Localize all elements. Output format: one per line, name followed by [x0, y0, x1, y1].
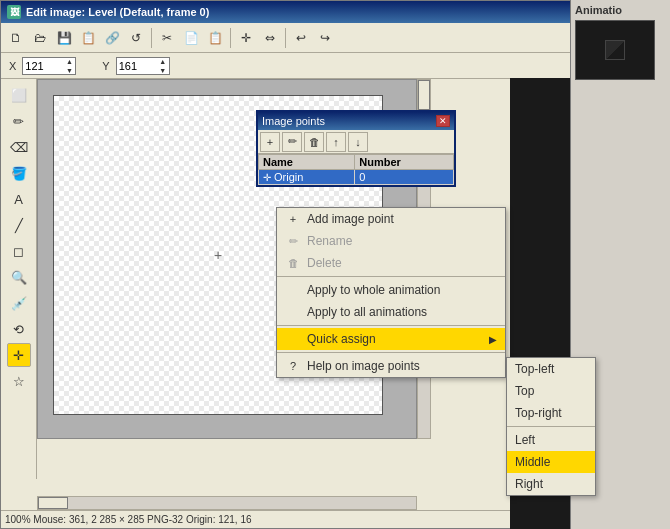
eraser-tool[interactable]: ⌫ [7, 135, 31, 159]
v-scrollbar-thumb[interactable] [418, 80, 430, 110]
window-title: Edit image: Level (Default, frame 0) [26, 6, 209, 18]
apply-whole-icon [285, 282, 301, 298]
move-up-btn[interactable]: ↑ [326, 132, 346, 152]
row-name-cell: ✛Origin [259, 170, 355, 185]
menu-help[interactable]: ? Help on image points [277, 355, 505, 377]
menu-add-image-point[interactable]: + Add image point [277, 208, 505, 230]
apply-all-icon [285, 304, 301, 320]
hand-tool[interactable]: ☆ [7, 369, 31, 393]
rotate-tool[interactable]: ⟲ [7, 317, 31, 341]
add-icon: + [285, 211, 301, 227]
delete-point-btn[interactable]: 🗑 [304, 132, 324, 152]
submenu-top[interactable]: Top [507, 380, 595, 402]
save-btn[interactable]: 💾 [53, 27, 75, 49]
name-column-header: Name [259, 155, 355, 170]
row-number-cell: 0 [355, 170, 454, 185]
submenu-top-right[interactable]: Top-right [507, 402, 595, 424]
clipboard-btn[interactable]: 📋 [77, 27, 99, 49]
link-btn[interactable]: 🔗 [101, 27, 123, 49]
submenu-right[interactable]: Right [507, 473, 595, 495]
eyedrop-tool[interactable]: 💉 [7, 291, 31, 315]
paste-btn[interactable]: 📋 [204, 27, 226, 49]
zoom-tool[interactable]: 🔍 [7, 265, 31, 289]
image-points-dialog: Image points ✕ + ✏ 🗑 ↑ ↓ Name Number ✛Or… [256, 110, 456, 187]
submenu-arrow: ▶ [489, 334, 497, 345]
new-btn[interactable]: 🗋 [5, 27, 27, 49]
x-input-wrap: ▲▼ [22, 57, 76, 75]
status-text: 100% Mouse: 361, 2 285 × 285 PNG-32 Orig… [5, 514, 252, 525]
delete-icon: 🗑 [285, 255, 301, 271]
submenu-left[interactable]: Left [507, 429, 595, 451]
image-point-tool[interactable]: ✛ [7, 343, 31, 367]
coord-bar: X ▲▼ Y ▲▼ [1, 53, 619, 79]
menu-delete: 🗑 Delete [277, 252, 505, 274]
fill-tool[interactable]: 🪣 [7, 161, 31, 185]
menu-add-label: Add image point [307, 212, 394, 226]
context-menu: + Add image point ✏ Rename 🗑 Delete Appl… [276, 207, 506, 378]
tool-panel: ⬜ ✏ ⌫ 🪣 A ╱ ◻ 🔍 💉 ⟲ ✛ ☆ [1, 79, 37, 479]
y-input[interactable] [117, 58, 157, 74]
x-spinner[interactable]: ▲▼ [63, 57, 75, 75]
menu-quick-assign[interactable]: Quick assign ▶ [277, 328, 505, 350]
menu-help-label: Help on image points [307, 359, 420, 373]
menu-quick-assign-label: Quick assign [307, 332, 376, 346]
crosshair: + [214, 247, 222, 263]
resize-btn[interactable]: ⇔ [259, 27, 281, 49]
redo-btn[interactable]: ↪ [314, 27, 336, 49]
quick-assign-icon [285, 331, 301, 347]
select-tool[interactable]: ⬜ [7, 83, 31, 107]
edit-point-btn[interactable]: ✏ [282, 132, 302, 152]
menu-delete-label: Delete [307, 256, 342, 270]
menu-apply-whole[interactable]: Apply to whole animation [277, 279, 505, 301]
copy-btn[interactable]: 📄 [180, 27, 202, 49]
animation-thumb-inner [605, 40, 625, 60]
menu-apply-whole-label: Apply to whole animation [307, 283, 440, 297]
dialog-toolbar: + ✏ 🗑 ↑ ↓ [258, 130, 454, 154]
y-input-wrap: ▲▼ [116, 57, 170, 75]
open-btn[interactable]: 🗁 [29, 27, 51, 49]
animation-thumbnail [575, 20, 655, 80]
main-toolbar: 🗋 🗁 💾 📋 🔗 ↺ ✂ 📄 📋 ✛ ⇔ ↩ ↪ [1, 23, 619, 53]
brush-tool[interactable]: ✏ [7, 109, 31, 133]
title-bar: 🖼 Edit image: Level (Default, frame 0) ✕ [1, 1, 619, 23]
toolbar-sep-2 [230, 28, 231, 48]
cut-btn[interactable]: ✂ [156, 27, 178, 49]
x-label: X [9, 60, 16, 72]
add-point-btn[interactable]: + [260, 132, 280, 152]
text-tool[interactable]: A [7, 187, 31, 211]
menu-sep-3 [277, 352, 505, 353]
window-icon: 🖼 [7, 5, 21, 19]
undo-btn[interactable]: ↩ [290, 27, 312, 49]
number-column-header: Number [355, 155, 454, 170]
dialog-title-bar: Image points ✕ [258, 112, 454, 130]
animation-panel-title: Animatio [575, 4, 666, 16]
menu-rename: ✏ Rename [277, 230, 505, 252]
rename-icon: ✏ [285, 233, 301, 249]
submenu-sep-1 [507, 426, 595, 427]
line-tool[interactable]: ╱ [7, 213, 31, 237]
help-icon: ? [285, 358, 301, 374]
submenu-top-left[interactable]: Top-left [507, 358, 595, 380]
toolbar-sep-1 [151, 28, 152, 48]
y-label: Y [102, 60, 109, 72]
dialog-close-button[interactable]: ✕ [436, 115, 450, 127]
menu-sep-2 [277, 325, 505, 326]
h-scrollbar-thumb[interactable] [38, 497, 68, 509]
horizontal-scrollbar[interactable] [37, 496, 417, 510]
menu-apply-all-label: Apply to all animations [307, 305, 427, 319]
y-spinner[interactable]: ▲▼ [157, 57, 169, 75]
move-btn[interactable]: ✛ [235, 27, 257, 49]
quick-assign-submenu: Top-left Top Top-right Left Middle Right [506, 357, 596, 496]
dialog-title: Image points [262, 115, 325, 127]
move-down-btn[interactable]: ↓ [348, 132, 368, 152]
toolbar-sep-3 [285, 28, 286, 48]
refresh-btn[interactable]: ↺ [125, 27, 147, 49]
menu-rename-label: Rename [307, 234, 352, 248]
menu-apply-all[interactable]: Apply to all animations [277, 301, 505, 323]
menu-sep-1 [277, 276, 505, 277]
submenu-middle[interactable]: Middle [507, 451, 595, 473]
x-input[interactable] [23, 58, 63, 74]
table-row[interactable]: ✛Origin 0 [259, 170, 454, 185]
image-points-table: Name Number ✛Origin 0 [258, 154, 454, 185]
shape-tool[interactable]: ◻ [7, 239, 31, 263]
